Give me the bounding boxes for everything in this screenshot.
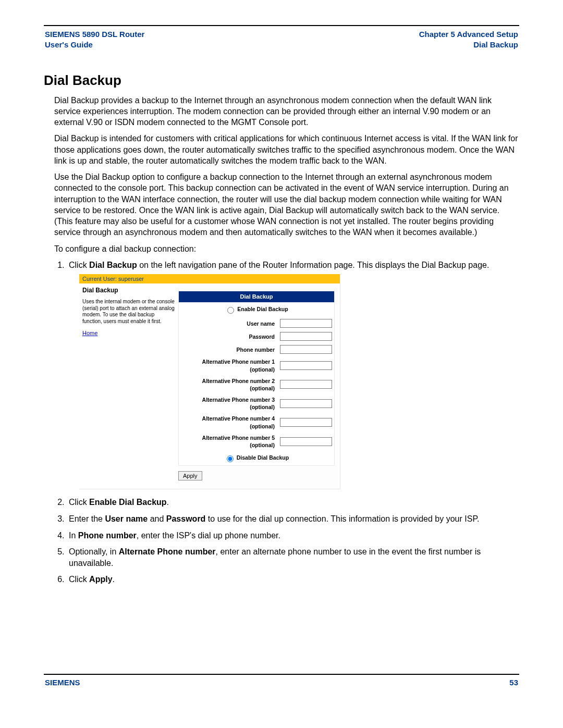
side-panel-description: Uses the internal modem or the console (… — [82, 299, 175, 325]
page-header: SIEMENS 5890 DSL Router User's Guide Cha… — [44, 26, 519, 54]
step-1: Click Dial Backup on the left navigation… — [67, 260, 519, 489]
step-5: Optionally, in Alternate Phone number, e… — [67, 546, 519, 569]
header-right: Chapter 5 Advanced Setup Dial Backup — [419, 29, 518, 51]
username-label: User name — [179, 317, 278, 330]
app-body: Dial Backup Uses the internal modem or t… — [79, 283, 340, 489]
header-subtitle: User's Guide — [45, 40, 144, 50]
footer-page-number: 53 — [509, 678, 518, 687]
header-chapter: Chapter 5 Advanced Setup — [419, 29, 518, 40]
step-6: Click Apply. — [67, 574, 519, 585]
disable-label: Disable Dial Backup — [237, 454, 289, 461]
alt4-label: Alternative Phone number 4 (optional) — [179, 413, 278, 431]
header-left: SIEMENS 5890 DSL Router User's Guide — [45, 29, 144, 51]
alt1-label: Alternative Phone number 1 (optional) — [179, 356, 278, 375]
step-4: In Phone number, enter the ISP's dial up… — [67, 530, 519, 541]
dial-backup-screenshot: Current User: superuser Dial Backup Uses… — [79, 274, 340, 490]
header-section: Dial Backup — [419, 40, 518, 50]
current-user-bar: Current User: superuser — [79, 274, 340, 284]
disable-row: Disable Dial Backup — [179, 451, 335, 466]
alt2-label: Alternative Phone number 2 (optional) — [179, 375, 278, 394]
disable-dial-backup-radio[interactable] — [227, 455, 234, 462]
paragraph-1: Dial Backup provides a backup to the Int… — [54, 95, 519, 128]
side-panel-title: Dial Backup — [82, 287, 175, 294]
enable-label: Enable Dial Backup — [237, 306, 288, 312]
phone-input[interactable] — [280, 345, 332, 354]
form-header: Dial Backup — [179, 291, 335, 302]
password-label: Password — [179, 330, 278, 343]
form-area: Dial Backup Enable Dial Backup User name — [178, 283, 340, 489]
paragraph-2: Dial Backup is intended for customers wi… — [54, 133, 519, 166]
step-2: Click Enable Dial Backup. — [67, 497, 519, 508]
alt5-label: Alternative Phone number 5 (optional) — [179, 432, 278, 451]
header-product: SIEMENS 5890 DSL Router — [45, 29, 144, 40]
password-input[interactable] — [280, 332, 332, 341]
page-title: Dial Backup — [44, 72, 519, 89]
alt-phone-4-input[interactable] — [280, 418, 332, 427]
step-3: Enter the User name and Password to use … — [67, 513, 519, 525]
enable-dial-backup-radio[interactable] — [227, 307, 234, 314]
phone-label: Phone number — [179, 343, 278, 356]
steps-list: Click Dial Backup on the left navigation… — [46, 260, 519, 585]
alt-phone-2-input[interactable] — [280, 380, 332, 389]
alt-phone-3-input[interactable] — [280, 399, 332, 408]
paragraph-3: Use the Dial Backup option to configure … — [54, 171, 519, 238]
enable-row: Enable Dial Backup — [179, 302, 335, 317]
alt-phone-1-input[interactable] — [280, 361, 332, 370]
paragraph-4: To configure a dial backup connection: — [54, 243, 519, 254]
page-footer: SIEMENS 53 — [44, 675, 519, 687]
username-input[interactable] — [280, 319, 332, 328]
side-panel: Dial Backup Uses the internal modem or t… — [79, 283, 178, 489]
dial-backup-form: Dial Backup Enable Dial Backup User name — [178, 291, 335, 466]
alt-phone-5-input[interactable] — [280, 437, 332, 446]
alt3-label: Alternative Phone number 3 (optional) — [179, 394, 278, 413]
home-link[interactable]: Home — [82, 330, 97, 336]
apply-button[interactable]: Apply — [178, 471, 202, 480]
document-page: SIEMENS 5890 DSL Router User's Guide Cha… — [0, 0, 563, 702]
footer-brand: SIEMENS — [45, 678, 80, 687]
